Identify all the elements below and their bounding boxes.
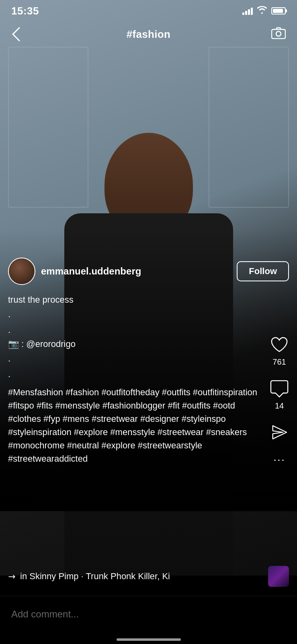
hashtags: #Mensfashion #fashion #outfitoftheday #o… bbox=[8, 386, 261, 465]
more-action[interactable]: ··· bbox=[273, 454, 285, 465]
paper-plane-icon[interactable] bbox=[269, 422, 290, 443]
heart-icon[interactable] bbox=[269, 334, 290, 355]
right-actions: 761 14 ··· bbox=[269, 334, 290, 465]
home-indicator bbox=[117, 638, 181, 641]
svg-point-1 bbox=[276, 31, 281, 36]
follow-button[interactable]: Follow bbox=[237, 261, 289, 281]
caption-dot-1: . bbox=[8, 306, 261, 322]
comment-action[interactable]: 14 bbox=[269, 378, 290, 411]
svg-marker-2 bbox=[273, 426, 287, 439]
caption-area: trust the process . . 📷 : @erorodrigo . … bbox=[8, 294, 261, 465]
username[interactable]: emmanuel.uddenberg bbox=[41, 266, 231, 277]
album-art bbox=[268, 566, 289, 587]
music-bar: ↗ in Skinny Pimp · Trunk Phonk Killer, K… bbox=[0, 565, 297, 588]
comment-count: 14 bbox=[275, 401, 284, 411]
arrow-diagonal-icon: ↗ bbox=[5, 570, 18, 582]
battery-icon bbox=[271, 7, 286, 14]
back-button[interactable] bbox=[11, 27, 20, 41]
photographer-credit: 📷 : @erorodrigo bbox=[8, 338, 261, 351]
caption-text: trust the process bbox=[8, 294, 261, 306]
signal-icon bbox=[242, 7, 253, 15]
status-bar: 15:35 bbox=[0, 0, 297, 22]
status-time: 15:35 bbox=[11, 5, 39, 17]
camera-button[interactable] bbox=[271, 27, 286, 42]
main-content: emmanuel.uddenberg Follow trust the proc… bbox=[0, 0, 297, 644]
avatar[interactable] bbox=[8, 258, 35, 285]
status-icons bbox=[242, 6, 286, 16]
svg-rect-0 bbox=[272, 29, 285, 39]
top-navigation: #fashion bbox=[0, 22, 297, 47]
comment-bar: Add comment... bbox=[0, 596, 297, 632]
comment-placeholder[interactable]: Add comment... bbox=[11, 609, 79, 620]
like-action[interactable]: 761 bbox=[269, 334, 290, 367]
like-count: 761 bbox=[272, 357, 286, 367]
caption-dot-4: . bbox=[8, 366, 261, 382]
caption-dot-2: . bbox=[8, 322, 261, 338]
share-action[interactable] bbox=[269, 422, 290, 443]
wifi-icon bbox=[257, 6, 267, 16]
comment-icon[interactable] bbox=[269, 378, 290, 399]
page-title: #fashion bbox=[127, 28, 170, 41]
user-info-row: emmanuel.uddenberg Follow bbox=[8, 258, 289, 285]
music-text: in Skinny Pimp · Trunk Phonk Killer, Ki bbox=[20, 571, 263, 582]
ellipsis-icon[interactable]: ··· bbox=[273, 454, 285, 465]
video-background[interactable] bbox=[0, 0, 297, 576]
caption-dot-3: . bbox=[8, 351, 261, 367]
